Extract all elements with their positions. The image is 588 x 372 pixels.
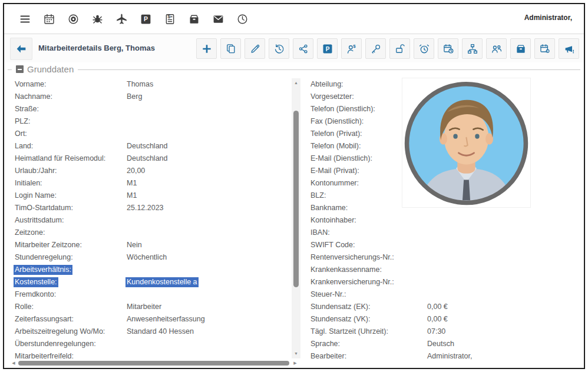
field-label: Telefon (Dienstlich): [309, 104, 376, 114]
project-app-button[interactable]: P [317, 38, 338, 59]
history-icon [273, 43, 285, 55]
scroll-up-arrow-icon[interactable]: ▲ [292, 79, 300, 87]
field-label: Stundensatz (EK): [309, 302, 371, 312]
target-button[interactable] [65, 11, 81, 26]
announcement-button[interactable] [559, 38, 579, 59]
field-label: Vorgesetzter: [309, 92, 355, 102]
bug-button[interactable] [90, 11, 105, 26]
field-label: Mitarbeiter Zeitzone: [14, 240, 83, 250]
archive-filled-button[interactable] [510, 38, 531, 59]
edit-button[interactable] [245, 38, 265, 59]
field-label: Heimatland für Reisemodul: [14, 154, 107, 164]
alarm-button[interactable] [414, 38, 434, 59]
field-label: Zeiterfassungsart: [14, 314, 75, 324]
share-button[interactable] [293, 38, 313, 59]
field-row: Stundenregelung: Wöchentlich [15, 251, 289, 264]
bug-icon [91, 13, 104, 25]
employee-photo [402, 78, 530, 207]
scroll-right-arrow-icon[interactable]: ▶ [292, 359, 299, 367]
history-button[interactable] [269, 38, 289, 59]
field-label: Straße: [14, 104, 40, 114]
field-label: Telefon (Mobil): [309, 141, 362, 151]
field-row: TimO-Startdatum: 25.12.2023 [15, 202, 289, 214]
field-label: Vorname: [14, 79, 48, 89]
section-border [8, 69, 580, 70]
target-icon [67, 13, 80, 25]
field-row: Stundensatz (EK): 0,00 € [310, 301, 579, 313]
calendar-export-button[interactable] [534, 38, 555, 59]
calendar-clock-icon [442, 43, 454, 55]
back-arrow-icon [15, 42, 28, 55]
field-value: Deutsch [426, 339, 455, 349]
invoice-icon: $ [164, 13, 176, 25]
app-window: P $ Administrator, [3, 3, 585, 369]
field-row: Mitarbeiter Zeitzone: Nein [15, 239, 289, 251]
mail-button[interactable] [210, 11, 226, 26]
field-row: Steuer-Nr.: [310, 288, 579, 301]
clock-button[interactable] [234, 11, 250, 26]
field-label: Rentenversicherungs-Nr.: [309, 253, 395, 263]
back-button[interactable] [10, 38, 32, 60]
action-buttons: P $ [196, 38, 579, 59]
field-row: Urlaub:/Jahr: 20,00 [15, 165, 289, 177]
field-row: Zeitzone: [15, 227, 289, 239]
field-value: Thomas [125, 79, 154, 89]
mail-icon [212, 13, 224, 25]
calendar-button[interactable] [41, 11, 57, 26]
field-value: Wöchentlich [125, 253, 168, 263]
field-label: Initialen: [14, 178, 44, 188]
project-app-button[interactable]: P [138, 11, 153, 26]
field-label: Krankenversicherung-Nr.: [309, 277, 395, 287]
field-row: Fremdkonto: [15, 288, 289, 301]
field-label: Kontoinhaber: [309, 215, 358, 225]
section-legend: Grunddaten [12, 64, 78, 74]
field-label: Fremdkonto: [14, 290, 57, 300]
field-value: 20,00 [125, 166, 146, 176]
field-label: Zeitzone: [14, 228, 46, 238]
field-label: Austrittsdatum: [14, 215, 65, 225]
org-chart-button[interactable] [462, 38, 483, 59]
svg-text:$: $ [167, 14, 170, 19]
field-value: Kundenkostenstelle a [125, 277, 199, 287]
copy-icon [225, 43, 237, 55]
left-column: Vorname: Thomas Nachname: Berg Straße: P… [15, 78, 289, 363]
scroll-left-arrow-icon[interactable]: ◀ [10, 359, 17, 367]
invoice-button[interactable]: $ [162, 11, 177, 26]
field-row: Arbeitszeitregelung Wo/Mo: Standard 40 H… [15, 326, 289, 338]
field-label: IBAN: [309, 228, 331, 238]
user-cost-button[interactable]: $ [341, 38, 362, 59]
svg-text:P: P [325, 45, 329, 52]
archive-button[interactable] [186, 11, 201, 26]
field-row: IBAN: [310, 227, 579, 239]
calendar-clock-button[interactable] [438, 38, 458, 59]
key-button[interactable] [365, 38, 386, 59]
collapse-icon[interactable] [16, 65, 24, 73]
copy-button[interactable] [220, 38, 241, 59]
horizontal-scrollbar[interactable]: ◀ ▶ [10, 359, 299, 367]
edit-icon [249, 43, 261, 55]
horizontal-scrollbar-thumb[interactable] [18, 361, 289, 366]
add-button[interactable] [196, 38, 217, 59]
field-label: Kontonummer: [309, 178, 360, 188]
menu-button[interactable] [17, 11, 32, 26]
employees-button[interactable] [486, 38, 507, 59]
field-row: Kostenstelle: Kundenkostenstelle a [15, 276, 289, 288]
field-row: Initialen: M1 [15, 177, 289, 190]
unlock-button[interactable] [389, 38, 410, 59]
vertical-scrollbar-thumb[interactable] [293, 111, 299, 287]
unlock-icon [394, 43, 406, 55]
field-value: 07:30 [426, 327, 447, 337]
field-label: Urlaub:/Jahr: [14, 166, 58, 176]
logged-in-user: Administrator, [524, 14, 572, 22]
field-label: PLZ: [14, 117, 31, 127]
vertical-scrollbar[interactable]: ▲ ▼ [292, 78, 300, 358]
field-row: Krankenkassenname: [310, 264, 579, 276]
field-label: Sprache: [309, 339, 341, 349]
plane-button[interactable] [114, 11, 129, 26]
field-row: Arbeitsverhältnis: [15, 264, 289, 276]
field-label: E-Mail (Dienstlich): [309, 154, 374, 164]
field-value: Anwesenheitserfassung [125, 314, 206, 324]
field-label: Bankname: [309, 203, 349, 213]
field-row: Bearbeiter: Administrator, [310, 350, 579, 363]
scroll-down-arrow-icon[interactable]: ▼ [292, 350, 300, 357]
